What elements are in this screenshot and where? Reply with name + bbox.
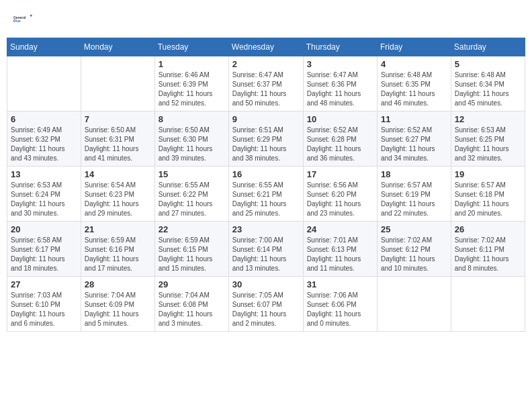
day-info: Sunrise: 6:49 AM Sunset: 6:32 PM Dayligh… [11,126,77,163]
logo-icon: GeneralBlue [13,10,32,29]
day-number: 31 [307,279,373,289]
day-number: 25 [381,224,447,234]
day-number: 20 [11,224,77,234]
day-number: 16 [232,169,300,179]
calendar-cell: 22Sunrise: 6:59 AM Sunset: 6:15 PM Dayli… [154,222,228,277]
day-info: Sunrise: 6:59 AM Sunset: 6:15 PM Dayligh… [159,236,225,273]
day-info: Sunrise: 7:00 AM Sunset: 6:14 PM Dayligh… [232,236,300,273]
calendar-cell: 24Sunrise: 7:01 AM Sunset: 6:13 PM Dayli… [303,222,377,277]
day-info: Sunrise: 6:58 AM Sunset: 6:17 PM Dayligh… [11,236,77,273]
calendar-header-saturday: Saturday [451,38,525,56]
day-number: 14 [85,169,151,179]
calendar-cell: 9Sunrise: 6:51 AM Sunset: 6:29 PM Daylig… [228,111,303,167]
day-info: Sunrise: 6:53 AM Sunset: 6:24 PM Dayligh… [11,181,77,218]
day-info: Sunrise: 6:59 AM Sunset: 6:16 PM Dayligh… [85,236,151,273]
calendar-cell: 19Sunrise: 6:57 AM Sunset: 6:18 PM Dayli… [451,167,525,222]
calendar-cell: 18Sunrise: 6:57 AM Sunset: 6:19 PM Dayli… [377,167,451,222]
day-info: Sunrise: 6:56 AM Sunset: 6:20 PM Dayligh… [307,181,373,218]
calendar-header-thursday: Thursday [303,38,377,56]
calendar-header-sunday: Sunday [7,38,81,56]
calendar-cell: 4Sunrise: 6:48 AM Sunset: 6:35 PM Daylig… [377,56,451,111]
calendar-cell: 25Sunrise: 7:02 AM Sunset: 6:12 PM Dayli… [377,222,451,277]
calendar-cell: 2Sunrise: 6:47 AM Sunset: 6:37 PM Daylig… [228,56,303,111]
calendar-cell: 31Sunrise: 7:06 AM Sunset: 6:06 PM Dayli… [303,277,377,332]
day-info: Sunrise: 6:55 AM Sunset: 6:21 PM Dayligh… [232,181,300,218]
day-number: 13 [11,169,77,179]
svg-text:Blue: Blue [13,19,21,23]
calendar-cell: 16Sunrise: 6:55 AM Sunset: 6:21 PM Dayli… [228,167,303,222]
day-info: Sunrise: 7:02 AM Sunset: 6:11 PM Dayligh… [455,236,521,273]
page-header: GeneralBlue [7,7,525,32]
calendar-cell: 29Sunrise: 7:04 AM Sunset: 6:08 PM Dayli… [154,277,228,332]
calendar-cell: 13Sunrise: 6:53 AM Sunset: 6:24 PM Dayli… [7,167,81,222]
svg-marker-1 [30,15,33,17]
calendar-cell: 20Sunrise: 6:58 AM Sunset: 6:17 PM Dayli… [7,222,81,277]
day-info: Sunrise: 6:57 AM Sunset: 6:19 PM Dayligh… [381,181,447,218]
day-number: 21 [85,224,151,234]
svg-text:General: General [13,16,26,19]
day-info: Sunrise: 7:06 AM Sunset: 6:06 PM Dayligh… [307,291,373,328]
day-number: 28 [85,279,151,289]
calendar-cell: 14Sunrise: 6:54 AM Sunset: 6:23 PM Dayli… [81,167,154,222]
day-number: 2 [232,59,300,69]
calendar-header-wednesday: Wednesday [228,38,303,56]
day-number: 18 [381,169,447,179]
calendar-cell [81,56,154,111]
calendar-cell: 30Sunrise: 7:05 AM Sunset: 6:07 PM Dayli… [228,277,303,332]
day-number: 26 [455,224,521,234]
calendar-cell: 8Sunrise: 6:50 AM Sunset: 6:30 PM Daylig… [154,111,228,167]
day-info: Sunrise: 7:01 AM Sunset: 6:13 PM Dayligh… [307,236,373,273]
calendar-header-friday: Friday [377,38,451,56]
logo: GeneralBlue [13,10,32,29]
day-info: Sunrise: 7:05 AM Sunset: 6:07 PM Dayligh… [232,291,300,328]
day-info: Sunrise: 6:47 AM Sunset: 6:37 PM Dayligh… [232,71,300,108]
calendar-cell: 11Sunrise: 6:52 AM Sunset: 6:27 PM Dayli… [377,111,451,167]
calendar-cell: 27Sunrise: 7:03 AM Sunset: 6:10 PM Dayli… [7,277,81,332]
day-number: 17 [307,169,373,179]
calendar-week-row: 13Sunrise: 6:53 AM Sunset: 6:24 PM Dayli… [7,167,525,222]
day-number: 12 [455,114,521,124]
calendar-cell: 15Sunrise: 6:55 AM Sunset: 6:22 PM Dayli… [154,167,228,222]
day-number: 27 [11,279,77,289]
day-number: 7 [85,114,151,124]
day-info: Sunrise: 6:55 AM Sunset: 6:22 PM Dayligh… [159,181,225,218]
calendar-week-row: 6Sunrise: 6:49 AM Sunset: 6:32 PM Daylig… [7,111,525,167]
day-number: 24 [307,224,373,234]
calendar-cell: 1Sunrise: 6:46 AM Sunset: 6:39 PM Daylig… [154,56,228,111]
day-number: 9 [232,114,300,124]
day-info: Sunrise: 7:04 AM Sunset: 6:09 PM Dayligh… [85,291,151,328]
calendar-header-monday: Monday [81,38,154,56]
calendar-cell: 17Sunrise: 6:56 AM Sunset: 6:20 PM Dayli… [303,167,377,222]
day-info: Sunrise: 6:51 AM Sunset: 6:29 PM Dayligh… [232,126,300,163]
day-info: Sunrise: 6:48 AM Sunset: 6:35 PM Dayligh… [381,71,447,108]
calendar-cell [7,56,81,111]
day-info: Sunrise: 6:50 AM Sunset: 6:31 PM Dayligh… [85,126,151,163]
calendar-header-row: SundayMondayTuesdayWednesdayThursdayFrid… [7,38,525,56]
day-info: Sunrise: 6:52 AM Sunset: 6:28 PM Dayligh… [307,126,373,163]
calendar-cell: 28Sunrise: 7:04 AM Sunset: 6:09 PM Dayli… [81,277,154,332]
calendar-cell [377,277,451,332]
day-info: Sunrise: 7:03 AM Sunset: 6:10 PM Dayligh… [11,291,77,328]
calendar-cell: 21Sunrise: 6:59 AM Sunset: 6:16 PM Dayli… [81,222,154,277]
calendar-week-row: 20Sunrise: 6:58 AM Sunset: 6:17 PM Dayli… [7,222,525,277]
day-number: 1 [159,59,225,69]
calendar-cell: 10Sunrise: 6:52 AM Sunset: 6:28 PM Dayli… [303,111,377,167]
day-number: 4 [381,59,447,69]
calendar-cell: 7Sunrise: 6:50 AM Sunset: 6:31 PM Daylig… [81,111,154,167]
day-number: 22 [159,224,225,234]
day-info: Sunrise: 6:46 AM Sunset: 6:39 PM Dayligh… [159,71,225,108]
day-info: Sunrise: 6:57 AM Sunset: 6:18 PM Dayligh… [455,181,521,218]
calendar-cell: 3Sunrise: 6:47 AM Sunset: 6:36 PM Daylig… [303,56,377,111]
day-number: 8 [159,114,225,124]
calendar-week-row: 27Sunrise: 7:03 AM Sunset: 6:10 PM Dayli… [7,277,525,332]
day-info: Sunrise: 7:02 AM Sunset: 6:12 PM Dayligh… [381,236,447,273]
day-number: 5 [455,59,521,69]
calendar-table: SundayMondayTuesdayWednesdayThursdayFrid… [7,38,525,332]
day-number: 29 [159,279,225,289]
day-number: 15 [159,169,225,179]
day-info: Sunrise: 7:04 AM Sunset: 6:08 PM Dayligh… [159,291,225,328]
day-info: Sunrise: 6:53 AM Sunset: 6:25 PM Dayligh… [455,126,521,163]
calendar-cell: 12Sunrise: 6:53 AM Sunset: 6:25 PM Dayli… [451,111,525,167]
day-info: Sunrise: 6:47 AM Sunset: 6:36 PM Dayligh… [307,71,373,108]
day-info: Sunrise: 6:50 AM Sunset: 6:30 PM Dayligh… [159,126,225,163]
